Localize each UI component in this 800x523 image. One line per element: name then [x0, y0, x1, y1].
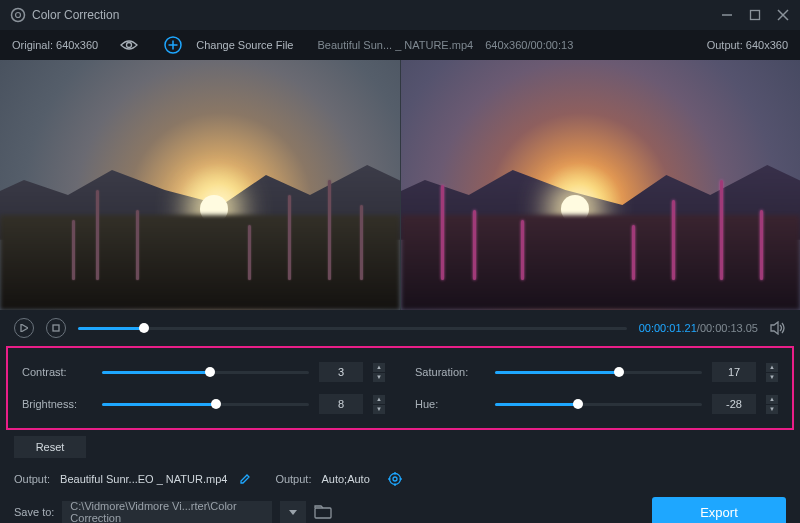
save-path-dropdown[interactable] [280, 501, 306, 523]
saturation-value[interactable]: 17 [712, 362, 756, 382]
svg-point-14 [393, 477, 397, 481]
saturation-spin-up[interactable]: ▲ [766, 363, 778, 372]
preview-area [0, 60, 800, 310]
hue-label: Hue: [415, 398, 485, 410]
svg-marker-19 [289, 510, 297, 515]
svg-rect-11 [53, 325, 59, 331]
seek-thumb[interactable] [139, 323, 149, 333]
brightness-spin-down[interactable]: ▼ [373, 405, 385, 414]
saturation-spin-down[interactable]: ▼ [766, 373, 778, 382]
output-filename: Beautiful Sunr...EO _ NATUR.mp4 [60, 473, 227, 485]
app-logo-icon [10, 7, 26, 23]
output-setting-value: Auto;Auto [321, 473, 369, 485]
output-settings-icon[interactable] [388, 472, 402, 486]
save-path-field[interactable]: C:\Vidmore\Vidmore Vi...rter\Color Corre… [62, 501, 272, 523]
time-display: 00:00:01.21/00:00:13.05 [639, 322, 758, 334]
contrast-spin-up[interactable]: ▲ [373, 363, 385, 372]
save-to-label: Save to: [14, 506, 54, 518]
svg-rect-20 [315, 508, 331, 518]
contrast-control: Contrast: 3 ▲▼ [22, 362, 385, 382]
output-dims-label: Output: 640x360 [707, 39, 788, 51]
output-setting-label: Output: [275, 473, 311, 485]
volume-icon[interactable] [770, 321, 786, 335]
saturation-control: Saturation: 17 ▲▼ [415, 362, 778, 382]
open-folder-icon[interactable] [314, 505, 332, 519]
export-button[interactable]: Export [652, 497, 786, 523]
output-info-row: Output: Beautiful Sunr...EO _ NATUR.mp4 … [0, 464, 800, 494]
play-button[interactable] [14, 318, 34, 338]
brightness-slider[interactable] [102, 403, 309, 406]
hue-slider[interactable] [495, 403, 702, 406]
brightness-label: Brightness: [22, 398, 92, 410]
seek-slider[interactable] [78, 327, 627, 330]
svg-marker-12 [771, 322, 778, 334]
seek-fill [78, 327, 144, 330]
edit-filename-icon[interactable] [239, 473, 251, 485]
preview-original [0, 60, 400, 310]
svg-marker-10 [21, 324, 28, 332]
brightness-value[interactable]: 8 [319, 394, 363, 414]
titlebar: Color Correction [0, 0, 800, 30]
preview-output [400, 60, 800, 310]
original-dims-label: Original: 640x360 [12, 39, 98, 51]
contrast-label: Contrast: [22, 366, 92, 378]
hue-control: Hue: -28 ▲▼ [415, 394, 778, 414]
minimize-button[interactable] [720, 8, 734, 22]
maximize-button[interactable] [748, 8, 762, 22]
saturation-slider[interactable] [495, 371, 702, 374]
hue-spin-up[interactable]: ▲ [766, 395, 778, 404]
hue-value[interactable]: -28 [712, 394, 756, 414]
change-source-link[interactable]: Change Source File [196, 39, 293, 51]
close-button[interactable] [776, 8, 790, 22]
info-bar: Original: 640x360 Change Source File Bea… [0, 30, 800, 60]
brightness-control: Brightness: 8 ▲▼ [22, 394, 385, 414]
save-row: Save to: C:\Vidmore\Vidmore Vi...rter\Co… [0, 494, 800, 523]
svg-rect-3 [751, 11, 760, 20]
svg-point-6 [127, 43, 132, 48]
brightness-spin-up[interactable]: ▲ [373, 395, 385, 404]
reset-button[interactable]: Reset [14, 436, 86, 458]
window-title: Color Correction [32, 8, 720, 22]
contrast-spin-down[interactable]: ▼ [373, 373, 385, 382]
source-dims-time: 640x360/00:00:13 [485, 39, 573, 51]
contrast-value[interactable]: 3 [319, 362, 363, 382]
hue-spin-down[interactable]: ▼ [766, 405, 778, 414]
source-filename: Beautiful Sun... _ NATURE.mp4 [317, 39, 473, 51]
add-source-icon[interactable] [164, 36, 182, 54]
svg-point-1 [16, 13, 21, 18]
saturation-label: Saturation: [415, 366, 485, 378]
svg-point-0 [12, 9, 25, 22]
color-sliders-panel: Contrast: 3 ▲▼ Saturation: 17 ▲▼ Brightn… [6, 346, 794, 430]
play-bar: 00:00:01.21/00:00:13.05 [0, 310, 800, 346]
stop-button[interactable] [46, 318, 66, 338]
eye-icon[interactable] [120, 39, 138, 51]
output-file-label: Output: [14, 473, 50, 485]
svg-point-13 [389, 474, 400, 485]
contrast-slider[interactable] [102, 371, 309, 374]
